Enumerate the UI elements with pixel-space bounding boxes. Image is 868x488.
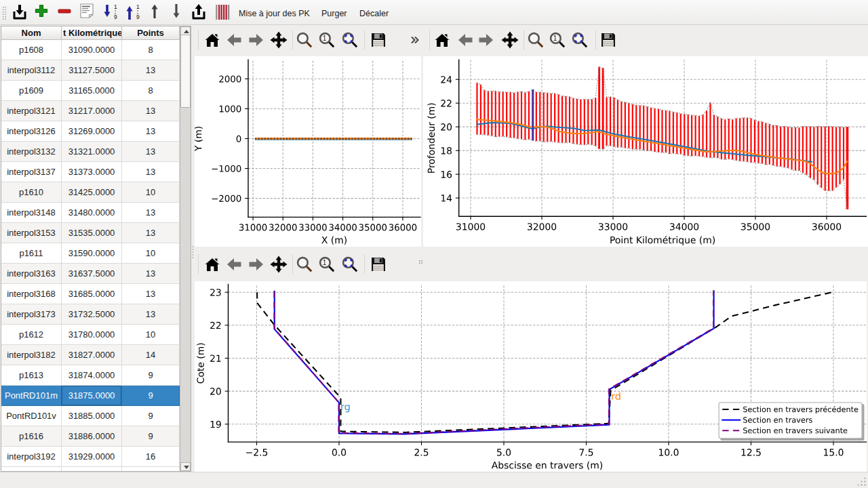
svg-text:9: 9: [114, 14, 117, 20]
svg-text:9: 9: [136, 14, 140, 20]
svg-text:1: 1: [322, 259, 326, 266]
svg-text:1: 1: [553, 35, 557, 42]
svg-text:1: 1: [136, 3, 140, 10]
svg-text:1: 1: [114, 3, 117, 10]
svg-text:1: 1: [322, 35, 326, 42]
